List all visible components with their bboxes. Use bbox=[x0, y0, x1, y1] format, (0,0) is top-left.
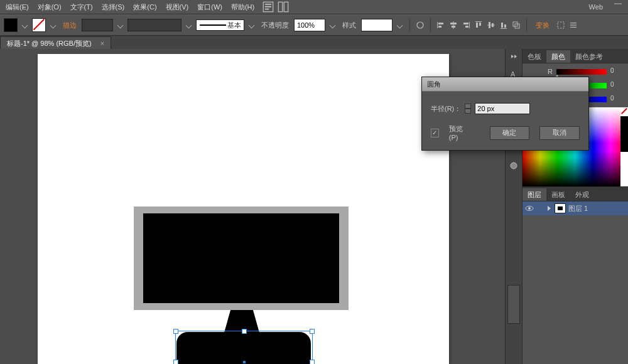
radius-input[interactable] bbox=[475, 103, 530, 114]
tab-appearance[interactable]: 外观 bbox=[570, 188, 594, 201]
selection-handle[interactable] bbox=[173, 329, 178, 334]
stroke-swatch[interactable] bbox=[32, 18, 46, 32]
shape-monitor-screen[interactable] bbox=[143, 213, 339, 303]
menu-view[interactable]: 视图(V) bbox=[161, 0, 193, 14]
cancel-button[interactable]: 取消 bbox=[539, 126, 580, 140]
layer-name[interactable]: 图层 1 bbox=[568, 204, 588, 213]
more-options-icon[interactable] bbox=[568, 20, 578, 30]
brush-label: 基本 bbox=[227, 20, 241, 30]
arrange-icon[interactable] bbox=[278, 2, 289, 12]
svg-rect-24 bbox=[504, 24, 506, 28]
layer-row[interactable]: 图层 1 bbox=[522, 201, 628, 215]
layer-thumbnail[interactable] bbox=[555, 203, 566, 213]
style-dropdown-icon[interactable] bbox=[397, 22, 403, 28]
vwp-dropdown-icon[interactable] bbox=[186, 22, 192, 28]
graphic-style-swatch[interactable] bbox=[361, 19, 392, 31]
recolor-icon[interactable] bbox=[415, 20, 425, 30]
minimize-icon[interactable] bbox=[614, 3, 622, 4]
menu-object[interactable]: 对象(O) bbox=[33, 0, 66, 14]
selection-handle[interactable] bbox=[173, 360, 178, 364]
selection-handle[interactable] bbox=[310, 329, 315, 334]
menu-effect[interactable]: 效果(C) bbox=[129, 0, 161, 14]
expand-dock-icon[interactable] bbox=[509, 51, 519, 62]
b-value[interactable]: 0 bbox=[609, 95, 623, 104]
align-top-icon[interactable] bbox=[474, 20, 484, 30]
radius-label: 半径(R)： bbox=[431, 104, 461, 114]
svg-rect-18 bbox=[479, 23, 481, 26]
close-tab-icon[interactable]: × bbox=[100, 37, 104, 50]
svg-rect-28 bbox=[570, 23, 577, 23]
document-tab-title: 标题-1* @ 98% (RGB/预览) bbox=[7, 37, 92, 50]
style-label: 样式 bbox=[342, 21, 356, 30]
black-swatch[interactable] bbox=[620, 117, 628, 152]
fill-swatch[interactable] bbox=[4, 18, 18, 32]
selection-handle[interactable] bbox=[242, 329, 247, 334]
stroke-weight-dropdown-icon[interactable] bbox=[117, 22, 124, 28]
opacity-field[interactable]: 100% bbox=[294, 19, 325, 31]
selection-bounds bbox=[175, 331, 313, 364]
svg-rect-4 bbox=[279, 2, 283, 11]
stroke-label: 描边 bbox=[63, 21, 77, 30]
color-panel-icon[interactable] bbox=[509, 161, 519, 171]
white-swatch[interactable] bbox=[620, 152, 628, 187]
radius-stepper[interactable] bbox=[465, 104, 471, 114]
svg-rect-3 bbox=[265, 9, 269, 10]
separator bbox=[430, 18, 431, 32]
align-hcenter-icon[interactable] bbox=[448, 20, 458, 30]
align-right-icon[interactable] bbox=[461, 20, 471, 30]
align-left-icon[interactable] bbox=[436, 20, 446, 30]
variable-width-profile[interactable] bbox=[127, 19, 181, 31]
step-up-icon[interactable] bbox=[465, 104, 471, 109]
tab-swatches[interactable]: 色板 bbox=[522, 50, 546, 63]
align-bottom-icon[interactable] bbox=[499, 20, 509, 30]
stroke-dropdown-icon[interactable] bbox=[50, 22, 57, 28]
menu-type[interactable]: 文字(T) bbox=[66, 0, 97, 14]
g-value[interactable]: 0 bbox=[609, 81, 623, 90]
menu-window[interactable]: 窗口(W) bbox=[193, 0, 227, 14]
brush-dropdown-icon[interactable] bbox=[249, 22, 255, 28]
svg-rect-19 bbox=[487, 25, 495, 26]
stroke-weight-field[interactable] bbox=[82, 19, 113, 31]
svg-rect-14 bbox=[463, 23, 468, 24]
preview-checkbox[interactable]: ✓ bbox=[431, 129, 439, 137]
svg-rect-23 bbox=[501, 23, 503, 28]
fill-dropdown-icon[interactable] bbox=[22, 22, 28, 28]
brush-definition[interactable]: 基本 bbox=[196, 19, 244, 31]
doc-layout-icon[interactable] bbox=[263, 2, 274, 12]
tab-artboards[interactable]: 画板 bbox=[546, 188, 570, 201]
selection-center-icon bbox=[243, 361, 246, 363]
opacity-dropdown-icon[interactable] bbox=[330, 22, 336, 28]
align-vcenter-icon[interactable] bbox=[486, 20, 496, 30]
menu-help[interactable]: 帮助(H) bbox=[227, 0, 259, 14]
opacity-label: 不透明度 bbox=[261, 21, 289, 30]
menu-edit[interactable]: 编辑(E) bbox=[1, 0, 33, 14]
visibility-icon[interactable] bbox=[525, 204, 534, 213]
r-value[interactable]: 0 bbox=[609, 67, 623, 76]
step-down-icon[interactable] bbox=[465, 109, 471, 114]
svg-point-6 bbox=[417, 22, 423, 28]
tab-color-guide[interactable]: 颜色参考 bbox=[570, 50, 608, 63]
isolate-icon[interactable] bbox=[556, 20, 566, 30]
menu-select[interactable]: 选择(S) bbox=[97, 0, 129, 14]
document-tab-bar: 标题-1* @ 98% (RGB/预览) × bbox=[0, 36, 628, 50]
round-corners-dialog: 圆角 半径(R)： ✓ 预览(P) 确定 取消 bbox=[421, 77, 589, 151]
svg-rect-7 bbox=[437, 22, 438, 28]
selection-handle[interactable] bbox=[310, 360, 315, 364]
tab-layers[interactable]: 图层 bbox=[522, 188, 546, 201]
ok-button[interactable]: 确定 bbox=[490, 126, 530, 140]
r-label: R bbox=[546, 68, 554, 75]
options-bar: 描边 基本 不透明度 100% 样式 变换 bbox=[0, 14, 628, 36]
workspace-switcher[interactable]: Web bbox=[589, 0, 603, 14]
document-tab[interactable]: 标题-1* @ 98% (RGB/预览) × bbox=[0, 36, 111, 50]
none-color-icon[interactable] bbox=[620, 107, 628, 117]
panel-resize-handle[interactable] bbox=[507, 285, 520, 324]
shape-builder-icon[interactable] bbox=[511, 20, 521, 30]
preview-label: 预览(P) bbox=[449, 124, 470, 141]
tab-color[interactable]: 颜色 bbox=[546, 50, 570, 63]
dialog-title[interactable]: 圆角 bbox=[422, 77, 588, 92]
disclosure-triangle-icon[interactable] bbox=[548, 206, 551, 211]
r-slider[interactable] bbox=[556, 69, 607, 75]
svg-rect-20 bbox=[489, 22, 490, 28]
svg-rect-21 bbox=[492, 23, 494, 27]
transform-label[interactable]: 变换 bbox=[536, 21, 550, 30]
